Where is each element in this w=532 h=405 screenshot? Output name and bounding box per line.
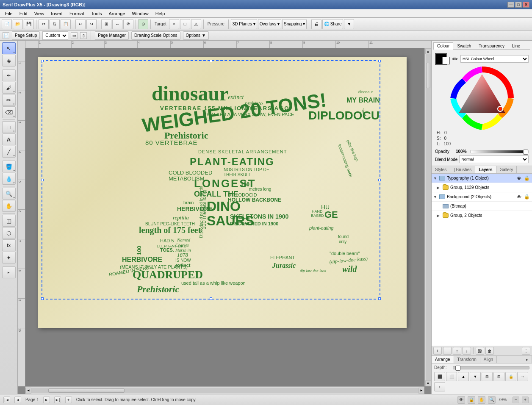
- bring-front-button[interactable]: ⬛: [434, 372, 445, 381]
- menu-view[interactable]: View: [31, 10, 48, 17]
- handle-bl[interactable]: [41, 297, 44, 300]
- tab-arrange[interactable]: Arrange: [432, 356, 454, 363]
- tab-swatch[interactable]: Swatch: [453, 42, 475, 49]
- move-up-button[interactable]: ↑: [453, 347, 461, 355]
- tab-colour[interactable]: Colour: [433, 42, 453, 50]
- flip-v-button[interactable]: ↕: [434, 382, 445, 391]
- portrait-icon[interactable]: ▭: [71, 32, 78, 39]
- handle-tl[interactable]: [41, 60, 44, 62]
- menu-edit[interactable]: Edit: [16, 10, 31, 17]
- colour-wheel[interactable]: [450, 67, 514, 130]
- handle-br[interactable]: [378, 297, 381, 300]
- snap-button[interactable]: ⊙: [138, 19, 148, 29]
- depth-thumb[interactable]: [455, 366, 460, 371]
- minimize-button[interactable]: —: [507, 2, 514, 8]
- scroll-left-button[interactable]: ◄: [25, 388, 31, 394]
- canvas-area[interactable]: 1 2 3 4 5 6 7 8 9 10 11 1 2 3 4 5 6 7 8 …: [18, 41, 431, 394]
- page-manager-button[interactable]: Page Manager: [95, 31, 129, 40]
- status-pan-icon[interactable]: ✋: [478, 396, 485, 404]
- move-down-button[interactable]: ↓: [463, 347, 471, 355]
- colour-wheel-type[interactable]: HSL Colour Wheel RGB: [460, 55, 529, 63]
- last-page-button[interactable]: ►|: [54, 397, 61, 403]
- send-backward-button[interactable]: ▼: [470, 372, 481, 381]
- zoom-out-button[interactable]: −: [513, 397, 519, 403]
- bring-forward-button[interactable]: ▲: [458, 372, 469, 381]
- layer-lock-1[interactable]: 🔒: [524, 175, 530, 182]
- menu-insert[interactable]: Insert: [47, 10, 66, 17]
- copy-button[interactable]: ⎘: [50, 19, 60, 29]
- options-button[interactable]: Options ▼: [183, 31, 209, 40]
- redo-button[interactable]: ↪: [86, 19, 97, 29]
- pen-tool[interactable]: ✒: [2, 69, 16, 81]
- handle-mr[interactable]: [378, 179, 381, 181]
- first-page-button[interactable]: |◄: [3, 397, 10, 403]
- next-page-button[interactable]: ►: [43, 397, 50, 403]
- scroll-right-button[interactable]: ►: [418, 388, 424, 394]
- rotate-button[interactable]: ⟳: [123, 19, 133, 29]
- vertical-scrollbar[interactable]: ▲ ▼: [424, 48, 431, 386]
- menu-help[interactable]: Help: [152, 10, 169, 17]
- target-square[interactable]: □: [180, 19, 190, 29]
- menu-arrange[interactable]: Arrange: [105, 10, 128, 17]
- 3dplanes-button[interactable]: 3D Planes ▾: [231, 19, 257, 29]
- overlays-button[interactable]: Overlays ▾: [258, 19, 281, 29]
- target-tri[interactable]: △: [191, 19, 201, 29]
- brush-tool[interactable]: 🖌▸: [2, 82, 16, 94]
- more-tools-button[interactable]: ▸: [2, 266, 16, 278]
- blend-mode-select[interactable]: Normal Multiply Screen: [459, 155, 529, 163]
- opacity-slider[interactable]: [470, 150, 529, 153]
- tab-layers[interactable]: Layers: [475, 166, 496, 173]
- layer-bitmap[interactable]: (Bitmap): [432, 202, 532, 211]
- zoom-tool[interactable]: 🔍▸: [2, 188, 16, 200]
- group-button[interactable]: ⊞: [482, 372, 493, 381]
- layer-expand-2[interactable]: ▶: [437, 186, 441, 190]
- layer-vis-1[interactable]: 👁: [515, 175, 522, 182]
- prev-page-button[interactable]: ◄: [14, 397, 21, 403]
- drawing-scale-button[interactable]: Drawing Scale Options: [131, 31, 180, 40]
- remove-layer-button[interactable]: −: [443, 347, 452, 355]
- landscape-icon[interactable]: ▯: [80, 32, 87, 39]
- layer-typography[interactable]: ▼ Typography (1 Object) 👁 🔒: [432, 174, 532, 183]
- drawing-canvas[interactable]: dinosaur extinct prehisto VERTEBRAE 155 …: [25, 48, 424, 386]
- layer-lock-3[interactable]: 🔒: [524, 194, 530, 200]
- layer-expand-5[interactable]: ▶: [437, 214, 441, 218]
- tab-line[interactable]: Line: [508, 42, 524, 49]
- node-tool[interactable]: ◈: [2, 55, 16, 67]
- colour-edit-icon[interactable]: ✏: [452, 55, 458, 63]
- align-button[interactable]: ⊞: [101, 19, 111, 29]
- page-size-select[interactable]: Custom A4 Letter: [42, 31, 68, 40]
- tab-styles[interactable]: Styles: [432, 166, 450, 173]
- background-colour[interactable]: [442, 57, 450, 64]
- scroll-track-h[interactable]: [31, 388, 418, 393]
- open-button[interactable]: 📂: [13, 19, 23, 29]
- target-circle[interactable]: ○: [169, 19, 179, 29]
- pencil-tool[interactable]: ✏▸: [2, 94, 16, 106]
- zoom-in-button[interactable]: +: [522, 397, 529, 403]
- status-zoom-icon[interactable]: 🔍: [488, 396, 496, 404]
- layer-group-1139[interactable]: ▶ Group, 1139 Objects: [432, 183, 532, 192]
- ungroup-button[interactable]: ⊟: [493, 372, 504, 381]
- layer-background[interactable]: ▼ Background (2 Objects) 👁 🔒: [432, 192, 532, 202]
- shape-tool[interactable]: □▸: [2, 121, 16, 133]
- fill-tool[interactable]: 🪣▸: [2, 161, 16, 172]
- select-tool[interactable]: ↖▸: [2, 42, 16, 54]
- text-tool[interactable]: A: [2, 133, 16, 145]
- arrange-expand[interactable]: ▸: [523, 356, 532, 363]
- add-page-button[interactable]: +: [65, 397, 72, 403]
- blend-tool[interactable]: ⬡: [2, 227, 16, 239]
- cut-button[interactable]: ✂: [39, 19, 49, 29]
- horizontal-scrollbar[interactable]: ◄ ►: [25, 386, 424, 394]
- pan-tool[interactable]: ✋: [2, 200, 16, 212]
- transform-button[interactable]: ↔: [112, 19, 122, 29]
- tab-transform[interactable]: Transform: [454, 356, 480, 363]
- transparency-tool[interactable]: ◫: [2, 215, 16, 227]
- scroll-down-button[interactable]: ▼: [425, 380, 431, 386]
- paste-button[interactable]: 📋: [61, 19, 71, 29]
- flip-h-button[interactable]: ↔: [517, 372, 528, 381]
- save-button[interactable]: 💾: [24, 19, 34, 29]
- close-button[interactable]: ✕: [523, 2, 529, 8]
- merge-button[interactable]: ⛓: [476, 347, 484, 355]
- tab-brushes[interactable]: | Brushes: [450, 166, 475, 173]
- menu-window[interactable]: Window: [129, 10, 152, 17]
- delete-button[interactable]: 🗑: [485, 347, 494, 355]
